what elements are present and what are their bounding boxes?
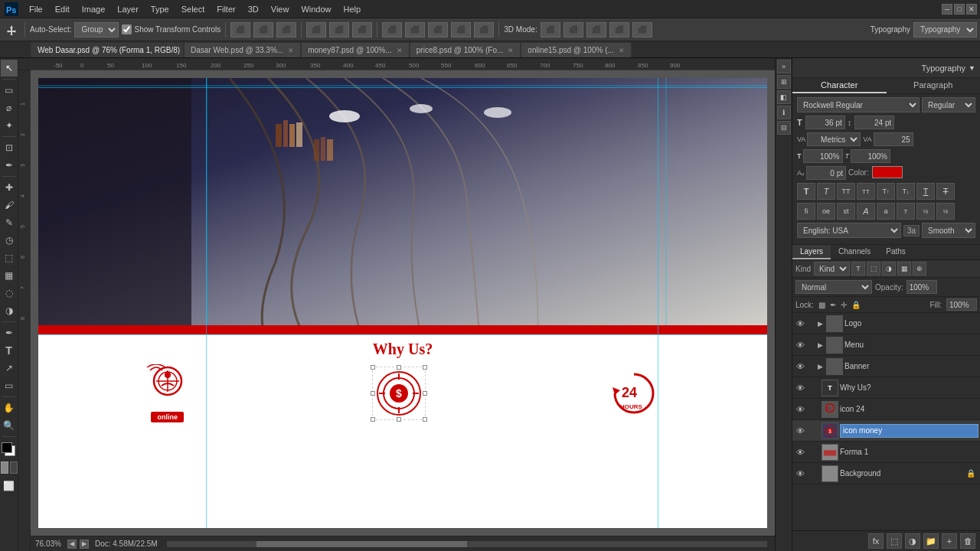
scale-x-input[interactable] <box>803 149 843 163</box>
superior-btn[interactable]: T <box>897 203 915 220</box>
close-button[interactable]: ✕ <box>966 4 977 15</box>
dodge-tool[interactable]: ◑ <box>1 302 18 319</box>
layer-visibility-icon24[interactable]: 👁 <box>794 403 806 416</box>
layers-tab[interactable]: Layers <box>792 245 831 259</box>
pen-tool[interactable]: ✒ <box>1 324 18 341</box>
brush-tool[interactable]: 🖌 <box>1 197 18 214</box>
lock-transparent-btn[interactable]: ▩ <box>818 301 825 309</box>
next-btn[interactable]: ▶ <box>80 540 89 549</box>
type-tool[interactable]: T <box>1 342 18 359</box>
prev-btn[interactable]: ◀ <box>67 540 77 549</box>
3d-btn1[interactable]: ⬛ <box>541 22 560 37</box>
selection-tool[interactable]: ↖ <box>1 60 18 77</box>
move-tool-icon[interactable] <box>3 21 20 38</box>
layer-visibility-whyus[interactable]: 👁 <box>794 382 806 394</box>
show-transform-control[interactable]: Show Transform Controls <box>122 24 220 34</box>
kind-filter-select[interactable]: Kind <box>814 262 850 276</box>
quick-mask-btn[interactable] <box>1 461 18 474</box>
gradient-tool[interactable]: ▦ <box>1 267 18 284</box>
tab-web-dasar[interactable]: Web Dasar.psd @ 76% (Forma 1, RGB/8) ✕ <box>31 42 184 57</box>
layer-forma1[interactable]: 👁 Forma 1 <box>792 442 980 463</box>
paths-tab[interactable]: Paths <box>878 245 913 259</box>
language-select[interactable]: English: USA <box>797 223 901 238</box>
layer-banner[interactable]: 👁 ▶ Banner <box>792 356 980 377</box>
layer-delete-btn[interactable]: 🗑 <box>960 533 975 549</box>
filter-smart-icon[interactable]: ⊕ <box>913 262 926 276</box>
path-selection-tool[interactable]: ↗ <box>1 360 18 377</box>
distribute-btn4[interactable]: ⬛ <box>451 22 471 37</box>
layer-expand-banner[interactable]: ▶ <box>815 362 825 371</box>
distribute-btn2[interactable]: ⬛ <box>405 22 425 37</box>
scale-y-input[interactable] <box>851 149 890 163</box>
tab-money87[interactable]: money87.psd @ 100%... ✕ <box>301 42 410 57</box>
oldstyle-btn[interactable]: A <box>857 203 875 220</box>
tab-dasar-web[interactable]: Dasar Web.psd @ 33.3%... ✕ <box>184 42 301 57</box>
magic-wand-tool[interactable]: ✦ <box>1 117 18 134</box>
align-right-btn[interactable]: ⬛ <box>276 22 296 37</box>
distribute-btn3[interactable]: ⬛ <box>428 22 448 37</box>
h-scrollbar-thumb[interactable] <box>256 541 467 547</box>
channels-tab[interactable]: Channels <box>831 245 878 259</box>
menu-edit[interactable]: Edit <box>49 3 76 15</box>
healing-tool[interactable]: ✚ <box>1 179 18 196</box>
layer-new-btn[interactable]: + <box>942 533 957 549</box>
layer-logo[interactable]: 👁 ▶ Logo <box>792 313 980 334</box>
zoom-tool[interactable]: 🔍 <box>1 417 18 434</box>
tab-paragraph[interactable]: Paragraph <box>887 78 981 93</box>
align-left-btn[interactable]: ⬛ <box>230 22 250 37</box>
tab-online15[interactable]: online15.psd @ 100% (... ✕ <box>521 42 631 57</box>
distribute-btn5[interactable]: ⬛ <box>474 22 494 37</box>
tab-price8[interactable]: price8.psd @ 100% (Fo... ✕ <box>410 42 521 57</box>
font-size-input[interactable] <box>805 116 845 129</box>
line-height-input[interactable] <box>854 116 894 129</box>
layer-iconmoney[interactable]: 👁 $ <box>792 420 980 442</box>
menu-window[interactable]: Window <box>295 3 337 15</box>
layer-background[interactable]: 👁 Background 🔒 <box>792 463 980 484</box>
faux-italic-btn[interactable]: T <box>817 183 835 200</box>
filter-pixel-icon[interactable]: ▦ <box>897 262 911 276</box>
underline-btn[interactable]: T <box>916 183 935 200</box>
layer-menu[interactable]: 👁 ▶ Menu <box>792 334 980 356</box>
align-bottom-btn[interactable]: ⬛ <box>352 22 372 37</box>
layer-fx-btn[interactable]: fx <box>868 533 884 549</box>
all-caps-btn[interactable]: TT <box>837 183 855 200</box>
layer-visibility-banner[interactable]: 👁 <box>794 360 806 373</box>
layer-expand-logo[interactable]: ▶ <box>815 319 825 328</box>
kerning-input[interactable] <box>874 132 913 146</box>
align-middle-btn[interactable]: ⬛ <box>329 22 349 37</box>
panel-toggle-btn[interactable]: » <box>777 60 791 73</box>
filter-adj-icon[interactable]: ◑ <box>882 262 896 276</box>
crop-tool[interactable]: ⊡ <box>1 139 18 156</box>
panel-icon-3[interactable]: ℹ <box>777 106 791 119</box>
menu-file[interactable]: File <box>23 3 49 15</box>
color-swatch[interactable] <box>872 166 903 178</box>
3d-btn5[interactable]: ⬛ <box>632 22 652 37</box>
blend-mode-select[interactable]: Normal <box>795 280 872 294</box>
workspace-dropdown[interactable]: Typography <box>913 22 977 37</box>
lock-all-btn[interactable]: 🔒 <box>851 301 861 309</box>
swash-btn[interactable]: st <box>837 203 855 220</box>
history-tool[interactable]: ◷ <box>1 232 18 249</box>
filter-type-icon[interactable]: T <box>851 262 865 276</box>
panel-icon-2[interactable]: ◧ <box>777 90 791 104</box>
menu-type[interactable]: Type <box>145 3 175 15</box>
3d-btn4[interactable]: ⬛ <box>609 22 629 37</box>
font-style-select[interactable]: Regular <box>922 97 975 112</box>
align-top-btn[interactable]: ⬛ <box>306 22 326 37</box>
layer-adjustment-btn[interactable]: ◑ <box>905 533 920 549</box>
panel-icon-4[interactable]: ⊟ <box>777 121 791 135</box>
menu-help[interactable]: Help <box>338 3 368 15</box>
subscript-btn[interactable]: T↓ <box>897 183 915 200</box>
strikethrough-btn[interactable]: T <box>936 183 955 200</box>
small-caps-btn[interactable]: TT <box>857 183 875 200</box>
ligature-btn[interactable]: fi <box>797 203 815 220</box>
superscript-btn[interactable]: T↑ <box>877 183 895 200</box>
distribute-btn1[interactable]: ⬛ <box>382 22 402 37</box>
layer-visibility-menu[interactable]: 👁 <box>794 339 806 351</box>
layer-visibility-forma1[interactable]: 👁 <box>794 446 806 458</box>
layer-whyus[interactable]: 👁 T Why Us? <box>792 377 980 399</box>
ordinal-btn[interactable]: a <box>877 203 895 220</box>
layer-group-btn[interactable]: 📁 <box>923 533 939 549</box>
menu-filter[interactable]: Filter <box>211 3 241 15</box>
fraction-btn[interactable]: ½ <box>916 203 935 220</box>
